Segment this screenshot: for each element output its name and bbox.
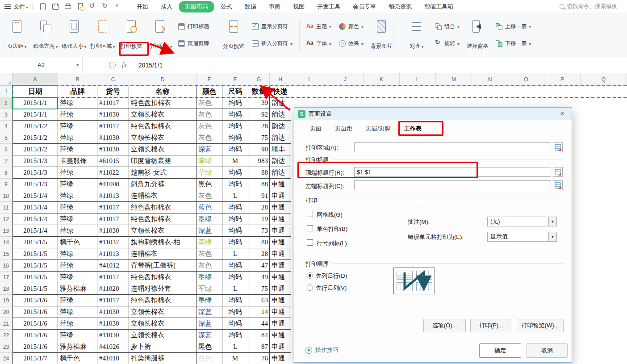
cell-G8[interactable]: 88 [248,167,270,179]
row-header-20[interactable]: 20 [0,306,13,318]
cell-B5[interactable]: 萍绿 [58,132,97,144]
tips-link[interactable]: 操作技巧 [305,346,339,354]
row-header-14[interactable]: 14 [0,237,13,248]
menu-tab-0[interactable]: 开始 [130,1,155,13]
cell-F2[interactable]: 均码 [222,97,248,109]
cell-G3[interactable]: 92 [248,109,270,121]
ribbon-button-theme[interactable]: 主题 [305,22,332,31]
cell-D14[interactable]: 旗袍刺绣棉衣-柏 [129,237,196,248]
cell-D21[interactable]: 立领长棉衣 [129,318,196,330]
print-button[interactable]: 打印(P)... [470,319,512,332]
cell-H15[interactable]: 申通 [270,248,291,260]
ribbon-button-orientation[interactable]: 纸张方向 [31,15,60,55]
order-over-then-down-label[interactable]: 先行后列(V) [316,284,347,292]
cell-A4[interactable]: 2015/1/2 [13,121,58,132]
column-header-H[interactable]: H [270,73,291,86]
new-document-icon[interactable] [39,3,47,11]
cell-G21[interactable]: 44 [248,318,270,330]
redo-icon[interactable] [101,3,109,11]
cell-H1[interactable]: 快递 [270,86,291,97]
cell-D10[interactable]: 连帽棉衣 [129,190,196,202]
cell-H24[interactable]: 申通 [270,353,291,364]
row-header-12[interactable]: 12 [0,213,13,225]
cell-B17[interactable]: 萍绿 [58,272,97,283]
ribbon-button-font-aa[interactable]: 字体 [305,39,332,48]
row-header-15[interactable]: 15 [0,248,13,260]
cell-B7[interactable]: 卡蔓服饰 [58,155,97,167]
ribbon-button-bring-forward[interactable]: 上移一层 [494,22,532,31]
cell-E7[interactable]: 草绿 [196,155,222,167]
cell-D7[interactable]: 印度雪纺裹裙 [129,155,196,167]
cell-F1[interactable]: 尺码 [222,86,248,97]
cell-G14[interactable]: 80 [248,237,270,248]
column-header-B[interactable]: B [58,73,97,86]
cell-G2[interactable]: 39 [248,97,270,109]
cell-H18[interactable]: 申通 [270,283,291,295]
cell-D11[interactable]: 纯色盘扣棉衣 [129,202,196,213]
cell-D15[interactable]: 连帽棉衣 [129,248,196,260]
cell-G15[interactable]: 28 [248,248,270,260]
cell-D6[interactable]: 立领长棉衣 [129,144,196,155]
cell-E15[interactable]: 灰色 [196,248,222,260]
cell-B24[interactable]: 枫千色 [58,353,97,364]
dialog-titlebar[interactable]: S 页面设置 [294,108,572,120]
cell-H21[interactable]: 申通 [270,318,291,330]
cell-H23[interactable]: 申通 [270,341,291,353]
cell-F10[interactable]: L [222,190,248,202]
menu-tab-5[interactable]: 审阅 [263,1,287,13]
menu-tab-10[interactable]: 智能工具箱 [418,1,460,13]
gridlines-checkbox[interactable] [307,211,313,217]
zoom-out-icon[interactable] [109,62,116,68]
order-down-then-over-label[interactable]: 先列后行(D) [316,272,347,280]
cell-E6[interactable]: 深蓝 [196,144,222,155]
cell-A12[interactable]: 2015/1/4 [13,213,58,225]
cell-F17[interactable]: 均码 [222,272,248,283]
close-icon[interactable] [556,108,568,120]
cell-A13[interactable]: 2015/1/4 [13,225,58,237]
cell-B11[interactable]: 萍绿 [58,202,97,213]
cell-C19[interactable]: #11017 [97,295,129,306]
row-header-4[interactable]: 4 [0,121,13,132]
row-header-3[interactable]: 3 [0,109,13,121]
cell-E10[interactable]: 灰色 [196,190,222,202]
cell-G4[interactable]: 28 [248,121,270,132]
cell-A18[interactable]: 2015/1/5 [13,283,58,295]
cell-E16[interactable]: 灰色 [196,260,222,272]
cell-C8[interactable]: #11022 [97,167,129,179]
cell-G17[interactable]: 49 [248,272,270,283]
ribbon-button-background-image[interactable]: 背景图片 [367,15,396,55]
monochrome-checkbox-label[interactable]: 单色打印(B) [317,225,347,233]
cell-E8[interactable]: 草绿 [196,167,222,179]
save-icon[interactable] [51,3,59,11]
row-header-16[interactable]: 16 [0,260,13,272]
cell-A8[interactable]: 2015/1/3 [13,167,58,179]
cell-H9[interactable]: 申通 [270,179,291,190]
ribbon-button-print-scale[interactable]: 打印缩放 [146,15,174,55]
ribbon-button-paper-size[interactable]: 纸张大小 [60,15,88,55]
cell-A21[interactable]: 2015/1/6 [13,318,58,330]
chevron-down-icon[interactable] [548,217,556,226]
menu-tab-4[interactable]: 数据 [238,1,263,13]
range-picker-icon[interactable] [553,180,563,190]
cell-G24[interactable]: 76 [248,353,270,364]
cell-H14[interactable]: 申通 [270,237,291,248]
cell-B1[interactable]: 品牌 [58,86,97,97]
column-header-G[interactable]: G [248,73,270,86]
cell-H2[interactable]: 韵达 [270,97,291,109]
cell-C23[interactable]: #41026 [97,341,129,353]
undo-icon[interactable] [89,3,97,11]
cell-F9[interactable]: 均码 [222,179,248,190]
column-header-E[interactable]: E [196,73,222,86]
menu-tab-2[interactable]: 页面布局 [179,1,214,13]
row-header-2[interactable]: 2 [0,97,13,109]
column-header-I[interactable]: I [291,73,327,86]
cell-C4[interactable]: #11017 [97,121,129,132]
cell-A11[interactable]: 2015/1/4 [13,202,58,213]
cell-E18[interactable]: 军绿 [196,283,222,295]
cell-B3[interactable]: 萍绿 [58,109,97,121]
cell-F4[interactable]: 均码 [222,121,248,132]
cell-F5[interactable]: 均码 [222,132,248,144]
cell-B8[interactable]: 萍绿 [58,167,97,179]
cell-D20[interactable]: 立领长棉衣 [129,306,196,318]
cell-E4[interactable]: 灰色 [196,121,222,132]
